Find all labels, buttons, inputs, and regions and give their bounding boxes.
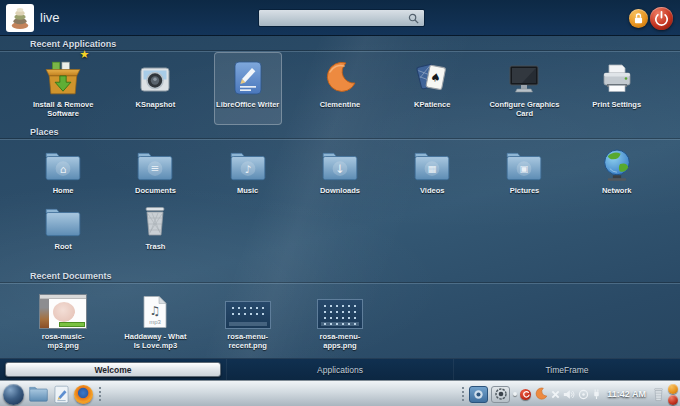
section-separator <box>0 51 680 52</box>
lock-button[interactable] <box>629 9 648 28</box>
user-avatar[interactable] <box>6 4 34 32</box>
folder-documents-icon: ≡ <box>135 149 175 183</box>
place-tile-documents[interactable]: ≡ Documents <box>109 143 201 195</box>
svg-text:mp3: mp3 <box>150 319 162 325</box>
monitor-icon <box>505 61 543 97</box>
section-separator <box>0 283 680 284</box>
place-tile-videos[interactable]: ▦ Videos <box>386 143 478 195</box>
panel-drag-handle[interactable] <box>460 385 466 403</box>
file-manager-folder-icon[interactable] <box>28 385 49 403</box>
svg-text:♫: ♫ <box>150 304 161 318</box>
app-label: Print Settings <box>592 100 641 109</box>
app-tile-ksnapshot[interactable]: KSnapshot <box>109 57 201 119</box>
firefox-icon[interactable] <box>74 385 93 404</box>
doc-label: rosa-music-mp3.png <box>30 332 96 351</box>
app-label: LibreOffice Writer <box>216 100 279 109</box>
empty-cell <box>478 199 570 251</box>
app-tile-clementine[interactable]: Clementine <box>294 57 386 119</box>
mp3-file-icon: ♫ mp3 <box>141 295 169 329</box>
network-globe-icon <box>599 148 635 183</box>
app-label: Install & Remove Software <box>25 100 101 119</box>
search-box[interactable] <box>258 9 425 27</box>
section-separator <box>0 139 680 140</box>
tab-welcome[interactable]: Welcome <box>0 359 227 380</box>
app-tile-configure-graphics-card[interactable]: Configure Graphics Card <box>478 57 570 119</box>
doc-label: rosa-menu-recent.png <box>215 332 281 351</box>
mini-session-buttons <box>668 384 678 405</box>
writer-document-icon <box>231 60 265 97</box>
image-thumbnail-music-player <box>39 294 87 329</box>
app-tile-print-settings[interactable]: Print Settings <box>571 57 663 119</box>
tab-timeframe[interactable]: TimeFrame <box>454 359 680 380</box>
place-label: Documents <box>135 186 176 195</box>
username-label: live <box>40 10 60 25</box>
place-tile-network[interactable]: Network <box>571 143 663 195</box>
place-tile-downloads[interactable]: ↓ Downloads <box>294 143 386 195</box>
printer-icon <box>598 61 636 97</box>
place-label: Music <box>237 186 258 195</box>
app-tile-kpatience[interactable]: ♠ KPatience <box>386 57 478 119</box>
empty-cell <box>571 289 663 351</box>
clock[interactable]: 11:42 AM <box>604 389 649 399</box>
empty-cell <box>294 199 386 251</box>
app-label: Configure Graphics Card <box>486 100 562 119</box>
folder-home-icon: ⌂ <box>43 149 83 183</box>
app-tile-libreoffice-writer[interactable]: LibreOffice Writer <box>202 57 294 119</box>
notifier-dot-icon[interactable] <box>513 392 517 396</box>
place-tile-home[interactable]: ⌂ Home <box>17 143 109 195</box>
svg-text:▣: ▣ <box>520 163 529 174</box>
place-label: Network <box>602 186 632 195</box>
doc-tile-rosa-menu-recent-png[interactable]: rosa-menu-recent.png <box>202 289 294 351</box>
svg-text:⌂: ⌂ <box>60 163 67 175</box>
section-title-places: Places <box>30 127 59 137</box>
update-notifier-icon[interactable] <box>520 389 531 400</box>
doc-tile-rosa-music-png[interactable]: rosa-music-mp3.png <box>17 289 109 351</box>
rosa-launcher-orb-icon[interactable] <box>3 384 24 405</box>
power-icon[interactable] <box>668 395 678 405</box>
search-input[interactable] <box>259 13 407 24</box>
folder-pictures-icon: ▣ <box>504 149 544 183</box>
empty-cell <box>386 289 478 351</box>
app-label: Clementine <box>320 100 360 109</box>
camera-settings-tray-icon[interactable] <box>491 386 510 403</box>
lock-icon[interactable] <box>668 384 678 394</box>
trash-can-icon[interactable] <box>652 386 665 403</box>
taskbar-system-tray: 11:42 AM <box>460 381 678 406</box>
place-label: Trash <box>145 242 165 251</box>
shutdown-button[interactable] <box>650 7 673 30</box>
places-row-2: Root Trash <box>17 199 663 251</box>
doc-tile-rosa-menu-apps-png[interactable]: rosa-menu-apps.png <box>294 289 386 351</box>
folder-plain-icon <box>43 205 83 239</box>
tab-applications[interactable]: Applications <box>227 359 454 380</box>
place-tile-music[interactable]: ♪ Music <box>202 143 294 195</box>
image-thumbnail-menu-apps <box>317 299 363 329</box>
playing-cards-icon: ♠ <box>413 59 451 97</box>
place-label: Root <box>55 242 72 251</box>
place-tile-root[interactable]: Root <box>17 199 109 251</box>
simplewelcome-screen: live Recent Applications ★ <box>0 0 680 406</box>
app-tile-install-remove-software[interactable]: ★ Install & Remove Software <box>17 57 109 119</box>
places-row-1: ⌂ Home ≡ Documents ♪ Music <box>17 143 663 195</box>
trash-can-icon <box>140 203 170 239</box>
zen-stones-icon <box>8 6 32 30</box>
klipper-close-icon[interactable] <box>551 390 560 399</box>
new-badge-star-icon: ★ <box>79 48 89 61</box>
volume-icon[interactable] <box>563 389 575 400</box>
place-tile-trash[interactable]: Trash <box>109 199 201 251</box>
empty-cell <box>571 199 663 251</box>
software-install-icon <box>44 59 82 97</box>
place-tile-pictures[interactable]: ▣ Pictures <box>478 143 570 195</box>
tab-label: Applications <box>317 365 363 375</box>
clementine-fruit-icon <box>322 59 358 97</box>
svg-text:♪: ♪ <box>244 163 251 175</box>
text-editor-icon[interactable] <box>53 385 70 404</box>
doc-label: rosa-menu-apps.png <box>307 332 373 351</box>
screenshot-tray-icon[interactable] <box>469 386 488 403</box>
doc-tile-haddaway-mp3[interactable]: ♫ mp3 Haddaway - What Is Love.mp3 <box>109 289 201 351</box>
power-plug-icon[interactable] <box>592 388 601 400</box>
panel-drag-handle[interactable] <box>97 385 103 403</box>
clementine-tray-icon[interactable] <box>534 387 548 401</box>
top-header-bar: live <box>0 0 680 36</box>
svg-text:▦: ▦ <box>428 163 437 174</box>
network-status-icon[interactable] <box>578 389 589 400</box>
